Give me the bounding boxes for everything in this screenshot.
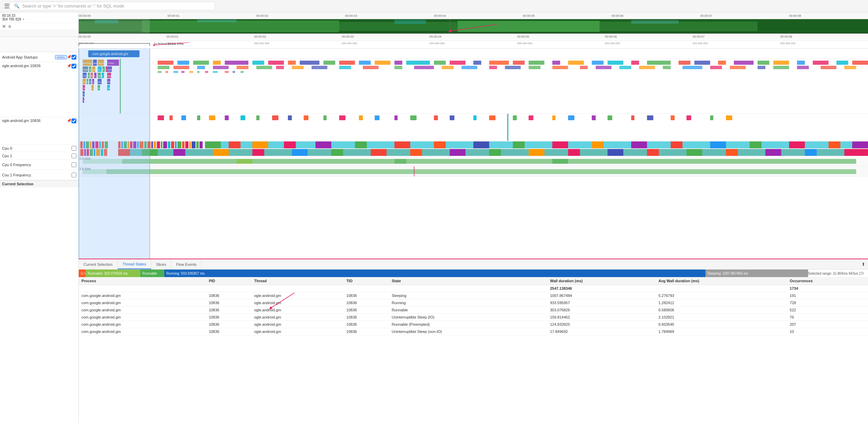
- track-label-ogle-main: ogle.android.gm 10836 📌: [0, 62, 78, 117]
- tab-expand-button[interactable]: ⬆: [859, 262, 868, 267]
- svg-rect-286: [552, 159, 568, 164]
- ov-tick-7: 00:00:07: [700, 14, 712, 17]
- svg-rect-254: [87, 149, 89, 156]
- col-thread: Thread: [252, 277, 344, 285]
- pin-icon-ogle-main[interactable]: 📌: [67, 64, 72, 68]
- add-button[interactable]: +: [23, 17, 25, 21]
- expand-all-button[interactable]: ≡: [8, 24, 11, 29]
- search-placeholder: Search or type '>' for commands or ':' f…: [22, 3, 124, 9]
- row-process: com.google.android.gm: [79, 314, 206, 321]
- svg-rect-240: [473, 141, 489, 148]
- vtrack-app-startups[interactable]: com.google.android.gm: [79, 49, 868, 59]
- svg-rect-157: [225, 71, 229, 73]
- track-label-cpu0: Cpu 0: [0, 145, 78, 152]
- tab-slices[interactable]: Slices: [151, 259, 171, 269]
- rtick2-2: 000 000 000: [254, 42, 269, 45]
- total-occurrences: 1734: [787, 285, 868, 292]
- svg-rect-214: [144, 141, 146, 148]
- row-state: Uninterruptible Sleep (IO): [389, 314, 547, 321]
- svg-rect-229: [196, 141, 199, 148]
- svg-rect-266: [292, 149, 308, 156]
- svg-rect-150: [166, 71, 168, 73]
- svg-rect-246: [710, 141, 726, 148]
- svg-rect-135: [552, 66, 568, 69]
- search-bar[interactable]: 🔍 Search or type '>' for commands or ':'…: [10, 2, 215, 10]
- svg-rect-4: [458, 21, 600, 32]
- svg-rect-190: [671, 115, 675, 120]
- table-row: com.google.android.gm 10836 ogle.android…: [79, 321, 868, 328]
- svg-rect-80: [158, 61, 174, 65]
- checkbox-cpu0[interactable]: [72, 146, 76, 151]
- vtrack-ogle-second[interactable]: [79, 114, 868, 141]
- pin-icon-ogle-second[interactable]: 📌: [67, 119, 72, 123]
- checkbox-ogle-second[interactable]: [72, 119, 76, 123]
- svg-rect-263: [174, 149, 186, 156]
- svg-rect-276: [687, 149, 702, 156]
- vtrack-cpu1-freq[interactable]: 2.5 GHz: [79, 166, 868, 177]
- overview-ruler: 00:00:00 00:00:01 00:00:02 00:00:03 00:0…: [79, 12, 868, 19]
- svg-rect-242: [552, 141, 568, 148]
- vtrack-cpu0-freq[interactable]: 2.5 GHz: [79, 156, 868, 166]
- svg-rect-81: [177, 61, 189, 65]
- row-avg-wall: 1.784969: [656, 328, 787, 335]
- svg-rect-232: [205, 141, 221, 148]
- svg-rect-262: [142, 149, 157, 156]
- row-state: Running: [389, 299, 547, 307]
- svg-rect-139: [639, 66, 655, 69]
- total-thread: [252, 285, 344, 292]
- svg-rect-277: [726, 149, 738, 156]
- pin-icon-app-startups[interactable]: 📌: [67, 55, 72, 59]
- svg-rect-83: [213, 61, 221, 65]
- checkbox-app-startups[interactable]: [72, 55, 76, 60]
- svg-rect-130: [442, 66, 454, 69]
- overview-bar[interactable]: [79, 19, 868, 34]
- svg-rect-110: [734, 61, 754, 65]
- checkbox-ogle-main[interactable]: [72, 64, 76, 69]
- checkbox-cpu1[interactable]: [72, 153, 76, 158]
- close-all-button[interactable]: ✕: [2, 24, 6, 29]
- checkbox-cpu1-freq[interactable]: [72, 173, 76, 177]
- row-occurrences: 522: [787, 307, 868, 314]
- tab-thread-states[interactable]: Thread States: [118, 259, 151, 269]
- svg-rect-147: [821, 66, 837, 69]
- tracks-viz: com.google.android.gm bindApplicat... ac…: [79, 49, 868, 259]
- svg-rect-171: [304, 115, 308, 120]
- row-pid: 10836: [206, 314, 251, 321]
- tab-flow-events[interactable]: Flow Events: [171, 259, 202, 269]
- svg-rect-230: [200, 141, 203, 148]
- svg-rect-168: [256, 115, 259, 120]
- svg-rect-117: [158, 66, 170, 69]
- col-wall: Wall duration (ms): [547, 277, 656, 285]
- tab-current-selection[interactable]: Current Selection: [79, 259, 118, 269]
- checkbox-cpu0-freq[interactable]: [72, 162, 76, 167]
- hamburger-button[interactable]: ☰: [4, 2, 10, 10]
- data-table: Process PID Thread TID State Wall durati…: [79, 277, 868, 423]
- svg-text:Rec...: Rec...: [107, 80, 115, 84]
- svg-rect-177: [410, 115, 417, 120]
- svg-text:o...: o...: [92, 87, 95, 90]
- svg-rect-270: [450, 149, 465, 156]
- svg-rect-189: [647, 115, 653, 120]
- svg-rect-207: [122, 141, 123, 148]
- row-thread: ogle.android.gm: [252, 328, 344, 335]
- svg-rect-151: [174, 71, 178, 73]
- svg-rect-94: [406, 61, 430, 65]
- vtrack-cpu0[interactable]: [79, 141, 868, 149]
- svg-rect-209: [128, 141, 129, 148]
- svg-rect-164: [197, 115, 200, 120]
- svg-rect-2: [142, 21, 339, 32]
- vtrack-ogle-main[interactable]: bindApplicat... act... Appli... Chor... …: [79, 59, 868, 114]
- svg-text:A: A: [87, 80, 89, 84]
- svg-rect-191: [687, 115, 691, 120]
- ov-tick-5: 00:00:05: [523, 14, 535, 17]
- vtrack-cpu1[interactable]: [79, 149, 868, 156]
- svg-text:com.google.android.gm: com.google.android.gm: [92, 52, 128, 56]
- svg-rect-142: [710, 66, 722, 69]
- bottom-panel: Current Selection Thread States Slices F…: [79, 259, 868, 423]
- svg-text:An...: An...: [107, 87, 113, 90]
- selected-range-label: Selected range: 2s 804ms 843us 17r: [808, 272, 868, 275]
- svg-rect-284: [237, 159, 252, 164]
- ov-tick-4: 00:00:04: [434, 14, 446, 17]
- track-name-ogle-second: ogle.android.gm 10836: [2, 119, 67, 123]
- col-pid: PID: [206, 277, 251, 285]
